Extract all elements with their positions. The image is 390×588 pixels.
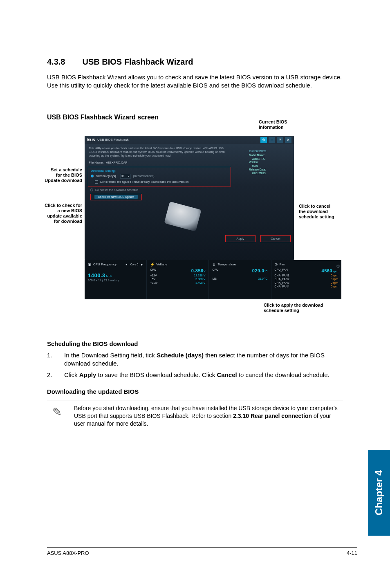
intro-paragraph: USB BIOS Flashback Wizard allows you to … [47, 73, 343, 90]
dont-remind-checkbox[interactable] [95, 180, 98, 184]
schedule-radio[interactable] [91, 175, 94, 177]
apply-button[interactable]: Apply [225, 235, 256, 242]
cpu-freq-value: 1400.3 [88, 272, 105, 278]
scheduling-heading: Scheduling the BIOS download [47, 340, 343, 347]
recommended-label: (Recommended) [133, 175, 155, 177]
figure: Current BIOS information Set a schedule … [47, 124, 341, 316]
callout-current-bios: Current BIOS information [259, 119, 304, 130]
list-item: 1. In the Download Setting field, tick S… [47, 351, 343, 368]
usb-drive-illustration [164, 201, 202, 231]
section-title: USB BIOS Flashback Wizard [82, 57, 193, 66]
section-number: 4.3.8 [47, 57, 81, 67]
bolt-icon: ⚡ [150, 263, 155, 267]
settings-icon[interactable]: ⚙ [260, 137, 267, 143]
dont-remind-label: Don't remind me again if I have already … [100, 180, 188, 183]
app-window: /SUS USB BIOS Flashback ⚙ – ? ✕ This uti… [85, 136, 294, 260]
bios-model-label: Model Name: [249, 154, 265, 157]
schedule-days-select[interactable]: 30▼ [120, 174, 131, 179]
callout-cancel: Click to cancel the download schedule se… [299, 204, 336, 220]
cpu-icon: ▣ [88, 263, 92, 267]
bios-release-value: 07/31/2013 [249, 172, 289, 175]
system-monitor-bar: ▣CPU Frequency ◄ Core 0 ▶ 1400.3 MHz 100… [85, 260, 341, 299]
file-name: A88XPRO.CAP [106, 161, 127, 164]
section-header: 4.3.8 USB BIOS Flashback Wizard [47, 57, 343, 67]
file-label: File Name: [89, 161, 103, 164]
page-footer: ASUS A88X-PRO 4-11 [47, 547, 357, 556]
callout-apply: Click to apply the download schedule set… [264, 303, 325, 313]
check-update-box: Check for New BIOS Update [90, 194, 142, 200]
monitor-fan: ⟳Fan CPU_FAN4560 rpm CHA_FAN10 rpm CHA_F… [271, 260, 341, 299]
bios-heading: Current BIOS [249, 149, 289, 153]
callout-check-update: Click to check for a new BIOS update ava… [45, 203, 82, 224]
chapter-tab: Chapter 4 [368, 450, 390, 536]
app-description: This utility allows you to check and sav… [85, 144, 232, 159]
monitor-settings-icon[interactable]: ⚙ [334, 263, 342, 271]
fan-icon: ⟳ [275, 263, 278, 267]
close-icon[interactable]: ✕ [285, 137, 291, 143]
no-schedule-radio[interactable] [90, 189, 93, 191]
arrow-right-icon[interactable]: ▶ [141, 263, 143, 266]
monitor-voltage: ⚡Voltage CPU0.856V +12V12.288 V +5V5.080… [146, 260, 208, 299]
monitor-cpu-freq: ▣CPU Frequency ◄ Core 0 ▶ 1400.3 MHz 100… [85, 260, 146, 299]
note-box: ✎ Before you start downloading, ensure t… [47, 400, 343, 432]
downloading-heading: Downloading the updated BIOS [47, 388, 343, 395]
bios-version-value: 0206 [249, 164, 289, 168]
monitor-temp: 🌡Temperature CPU029.0°C MB31.0 °C [208, 260, 271, 299]
cpu-freq-sub: 100.0 x 14 ( 13.8 watts ) [88, 279, 143, 282]
bios-model-value: A88X-PRO [249, 157, 289, 161]
thermometer-icon: 🌡 [212, 263, 216, 267]
chevron-down-icon: ▼ [128, 175, 130, 177]
cancel-button[interactable]: Cancel [260, 235, 291, 242]
callout-schedule: Set a schedule for the BIOS Update downl… [45, 167, 82, 184]
footer-page-number: 4-11 [347, 550, 357, 556]
check-update-button[interactable]: Check for New BIOS Update [94, 195, 137, 199]
download-setting-panel: Download Setting: Schedule(days) : 30▼ (… [88, 167, 231, 186]
list-item: 2. Click Apply to save the BIOS download… [47, 371, 343, 379]
bios-release-label: Release Date: [249, 168, 266, 171]
logo: /SUS [87, 138, 95, 142]
download-setting-label: Download Setting: [91, 169, 228, 173]
no-schedule-label: Do not set the download schedule [95, 189, 138, 191]
bios-version-label: Version: [249, 161, 259, 164]
help-icon[interactable]: ? [277, 137, 283, 143]
current-bios-panel: Current BIOS Model Name: A88X-PRO Versio… [247, 147, 291, 177]
schedule-label: Schedule(days) : [96, 175, 118, 177]
footer-product: ASUS A88X-PRO [47, 550, 89, 556]
titlebar: /SUS USB BIOS Flashback ⚙ – ? ✕ [85, 136, 294, 144]
minimize-icon[interactable]: – [269, 137, 275, 143]
arrow-left-icon[interactable]: ◄ [125, 263, 128, 266]
pen-icon: ✎ [47, 404, 67, 419]
window-title: USB BIOS Flashback [97, 138, 128, 141]
